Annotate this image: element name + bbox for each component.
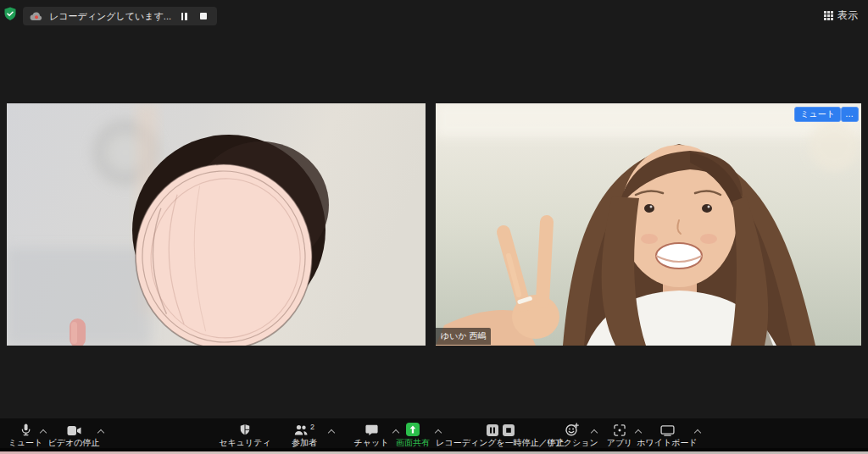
participants-label: 参加者 xyxy=(292,439,317,447)
recording-pause-button[interactable] xyxy=(177,9,191,23)
share-screen-icon xyxy=(406,422,420,436)
toolbar-stop-video-button[interactable]: ビデオの停止 xyxy=(44,422,103,449)
top-bar: レコーディングしています... 表示 xyxy=(0,0,868,30)
share-options-chevron[interactable] xyxy=(435,429,441,435)
share-screen-label: 画面共有 xyxy=(396,439,430,447)
whiteboard-label: ホワイトボード xyxy=(637,439,697,447)
right-participant-video-image xyxy=(436,103,861,346)
recording-status-text: レコーディングしています... xyxy=(49,10,171,23)
chat-bubble-icon xyxy=(365,422,378,436)
participants-count: 2 xyxy=(310,422,314,431)
recording-stop-button[interactable] xyxy=(197,9,210,23)
toolbar-whiteboard-button[interactable]: ホワイトボード xyxy=(634,422,700,449)
apps-label: アプリ xyxy=(607,439,633,447)
left-participant-video-image xyxy=(7,103,426,346)
toolbar-recording-toggle[interactable]: レコーディングを一時停止／停止 xyxy=(448,422,553,449)
reactions-options-chevron[interactable] xyxy=(591,429,597,435)
pause-recording-icon xyxy=(487,424,498,436)
tile-more-options-button[interactable]: … xyxy=(841,107,859,122)
stop-recording-icon xyxy=(503,424,515,436)
recording-indicator-pill: レコーディングしています... xyxy=(23,7,217,25)
security-label: セキュリティ xyxy=(219,439,270,447)
reactions-label: リアクション xyxy=(546,439,598,447)
stop-video-label: ビデオの停止 xyxy=(48,439,100,447)
video-options-chevron[interactable] xyxy=(97,429,103,435)
recording-toggle-label: レコーディングを一時停止／停止 xyxy=(436,439,565,447)
participants-options-chevron[interactable] xyxy=(328,429,334,435)
meeting-toolbar: ミュート ビデオの停止 セキュリティ xyxy=(0,418,868,451)
video-tile-right-participant: ミュート … ゆいか 西嶋 xyxy=(436,103,861,346)
whiteboard-options-chevron[interactable] xyxy=(694,429,700,435)
recording-cloud-icon xyxy=(30,11,43,21)
reactions-smiley-icon xyxy=(565,422,579,436)
toolbar-participants-button[interactable]: 2 参加者 xyxy=(275,422,334,449)
whiteboard-icon xyxy=(660,422,675,436)
zoom-meeting-window: レコーディングしています... 表示 xyxy=(0,0,868,454)
meeting-info-shield-icon[interactable] xyxy=(3,7,17,21)
microphone-icon xyxy=(19,422,32,436)
participant-name-label: ゆいか 西嶋 xyxy=(436,328,491,345)
view-button[interactable]: 表示 xyxy=(819,7,863,24)
video-tile-left-participant xyxy=(7,103,426,346)
toolbar-mute-button[interactable]: ミュート xyxy=(5,422,46,449)
security-shield-icon xyxy=(239,422,251,436)
mute-label: ミュート xyxy=(8,439,43,447)
chat-label: チャット xyxy=(354,439,389,447)
toolbar-share-screen-button[interactable]: 画面共有 xyxy=(385,422,441,449)
participants-icon xyxy=(294,424,308,436)
video-camera-icon xyxy=(67,422,81,436)
view-button-label: 表示 xyxy=(837,8,858,23)
tile-mute-badge[interactable]: ミュート xyxy=(794,107,841,122)
toolbar-security-button[interactable]: セキュリティ xyxy=(216,422,274,449)
toolbar-reactions-button[interactable]: リアクション xyxy=(548,422,597,449)
grid-view-icon xyxy=(824,11,833,20)
apps-icon xyxy=(614,422,626,436)
